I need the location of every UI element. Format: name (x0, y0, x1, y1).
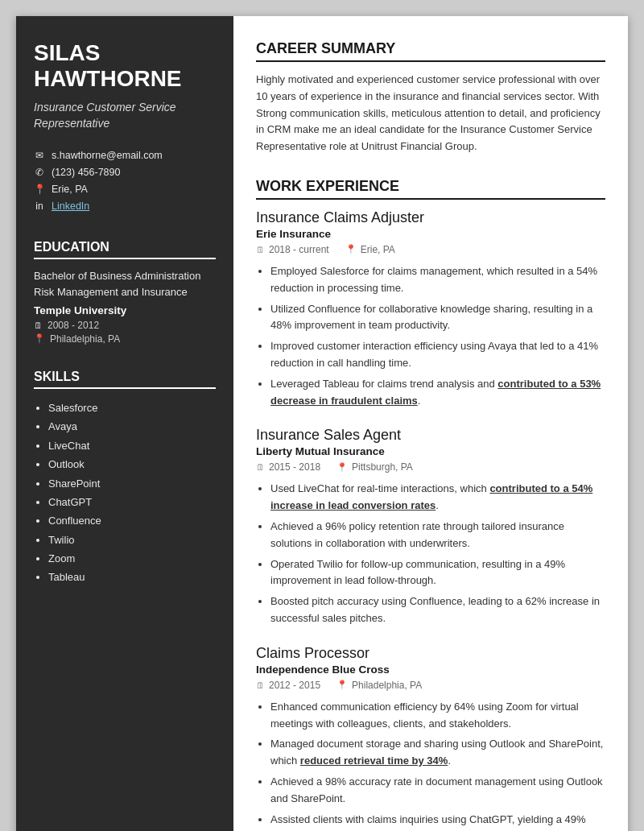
main-content: CAREER SUMMARY Highly motivated and expe… (233, 16, 628, 831)
job-bullets-0: Employed Salesforce for claims managemen… (256, 263, 605, 409)
phone-icon: ✆ (34, 167, 45, 178)
phone-contact: ✆ (123) 456-7890 (34, 167, 216, 178)
career-summary-section: CAREER SUMMARY Highly motivated and expe… (256, 40, 605, 155)
job-bullets-1: Used LiveChat for real-time interactions… (256, 481, 605, 626)
contact-section: ✉ s.hawthorne@email.com ✆ (123) 456-7890… (34, 150, 216, 217)
job-meta-0: 🗓 2018 - current 📍 Erie, PA (256, 244, 605, 255)
job-years-0: 🗓 2018 - current (256, 244, 329, 255)
job-block-1: Insurance Sales Agent Liberty Mutual Ins… (256, 427, 605, 626)
skill-item: SharePoint (48, 474, 216, 493)
email-contact: ✉ s.hawthorne@email.com (34, 150, 216, 161)
bullet-1-2: Operated Twilio for follow-up communicat… (270, 556, 605, 590)
bullet-1-0: Used LiveChat for real-time interactions… (270, 481, 605, 515)
bullet-2-0: Enhanced communication efficiency by 64%… (270, 699, 605, 733)
skill-item: ChatGPT (48, 493, 216, 511)
job-years-2: 🗓 2012 - 2015 (256, 680, 320, 691)
skills-list: SalesforceAvayaLiveChatOutlookSharePoint… (34, 399, 216, 587)
candidate-title: Insurance Customer Service Representativ… (34, 100, 216, 131)
education-section-title: EDUCATION (34, 240, 216, 259)
job-years-1: 🗓 2015 - 2018 (256, 461, 320, 473)
edu-location: 📍 Philadelphia, PA (34, 333, 216, 345)
skill-item: Avaya (48, 417, 216, 436)
email-icon: ✉ (34, 150, 45, 161)
job-location-0: 📍 Erie, PA (345, 244, 395, 255)
job-title-2: Claims Processor (256, 645, 605, 662)
highlight-2-1: reduced retrieval time by 34% (300, 755, 448, 767)
highlight-1-0: contributed to a 54% increase in lead co… (270, 482, 592, 511)
job-location-1: 📍 Pittsburgh, PA (336, 461, 413, 473)
skills-section: SKILLS SalesforceAvayaLiveChatOutlookSha… (34, 370, 216, 587)
bullet-2-2: Achieved a 98% accuracy rate in document… (270, 774, 605, 808)
edu-school: Temple University (34, 304, 216, 316)
bullet-0-3: Leveraged Tableau for claims trend analy… (270, 376, 605, 410)
location-icon: 📍 (34, 184, 45, 195)
location-contact: 📍 Erie, PA (34, 184, 216, 195)
bullet-2-3: Assisted clients with claims inquiries u… (270, 812, 605, 831)
career-summary-text: Highly motivated and experienced custome… (256, 72, 605, 155)
location-icon-2: 📍 (336, 680, 348, 690)
skill-item: Confluence (48, 511, 216, 530)
linkedin-icon: in (34, 201, 45, 212)
job-bullets-2: Enhanced communication efficiency by 64%… (256, 699, 605, 831)
bullet-1-3: Boosted pitch accuracy using Confluence,… (270, 593, 605, 627)
edu-years: 🗓 2008 - 2012 (34, 320, 216, 331)
calendar-icon-2: 🗓 (256, 680, 265, 690)
bullet-0-0: Employed Salesforce for claims managemen… (270, 263, 605, 297)
linkedin-link[interactable]: LinkedIn (52, 201, 89, 212)
job-company-2: Independence Blue Cross (256, 664, 605, 676)
resume-container: SILAS HAWTHORNE Insurance Customer Servi… (16, 16, 628, 831)
job-company-1: Liberty Mutual Insurance (256, 445, 605, 457)
bullet-0-2: Improved customer interaction efficiency… (270, 338, 605, 372)
job-title-0: Insurance Claims Adjuster (256, 209, 605, 226)
edu-degree: Bachelor of Business Administration (34, 269, 216, 283)
job-meta-2: 🗓 2012 - 2015 📍 Philadelphia, PA (256, 680, 605, 691)
skills-section-title: SKILLS (34, 370, 216, 389)
sidebar: SILAS HAWTHORNE Insurance Customer Servi… (16, 16, 233, 831)
job-location-2: 📍 Philadelphia, PA (336, 680, 422, 691)
job-block-0: Insurance Claims Adjuster Erie Insurance… (256, 209, 605, 409)
work-experience-section: WORK EXPERIENCE Insurance Claims Adjuste… (256, 178, 605, 831)
highlight-0-3: contributed to a 53% decrease in fraudul… (270, 378, 601, 407)
bullet-0-1: Utilized Confluence for collaborative kn… (270, 301, 605, 335)
work-experience-title: WORK EXPERIENCE (256, 178, 605, 200)
education-section: EDUCATION Bachelor of Business Administr… (34, 240, 216, 347)
skill-item: Tableau (48, 568, 216, 586)
job-meta-1: 🗓 2015 - 2018 📍 Pittsburgh, PA (256, 461, 605, 473)
job-block-2: Claims Processor Independence Blue Cross… (256, 645, 605, 831)
calendar-icon-0: 🗓 (256, 245, 265, 254)
edu-field: Risk Management and Insurance (34, 285, 216, 300)
skill-item: LiveChat (48, 436, 216, 455)
skill-item: Outlook (48, 455, 216, 473)
candidate-name: SILAS HAWTHORNE (34, 40, 216, 92)
skill-item: Zoom (48, 549, 216, 568)
skill-item: Twilio (48, 531, 216, 549)
calendar-icon-1: 🗓 (256, 462, 265, 472)
bullet-1-1: Achieved a 96% policy retention rate thr… (270, 519, 605, 552)
location-icon-edu: 📍 (34, 333, 45, 344)
skill-item: Salesforce (48, 399, 216, 417)
linkedin-contact[interactable]: in LinkedIn (34, 201, 216, 212)
bullet-2-1: Managed document storage and sharing usi… (270, 736, 605, 770)
location-icon-0: 📍 (345, 244, 357, 254)
career-summary-title: CAREER SUMMARY (256, 40, 605, 62)
job-title-1: Insurance Sales Agent (256, 427, 605, 444)
location-icon-1: 📍 (336, 462, 348, 473)
calendar-icon: 🗓 (34, 320, 43, 330)
job-company-0: Erie Insurance (256, 228, 605, 240)
